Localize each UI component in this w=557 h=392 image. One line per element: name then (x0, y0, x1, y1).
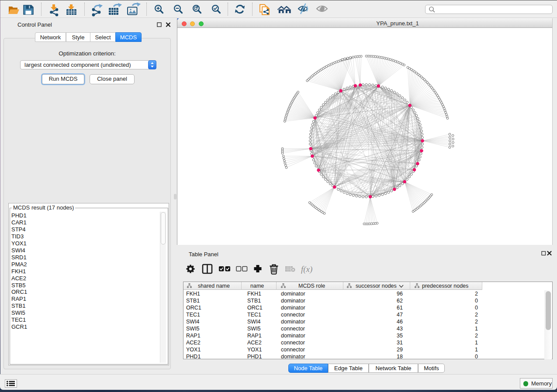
svg-text:f(x): f(x) (301, 265, 312, 274)
